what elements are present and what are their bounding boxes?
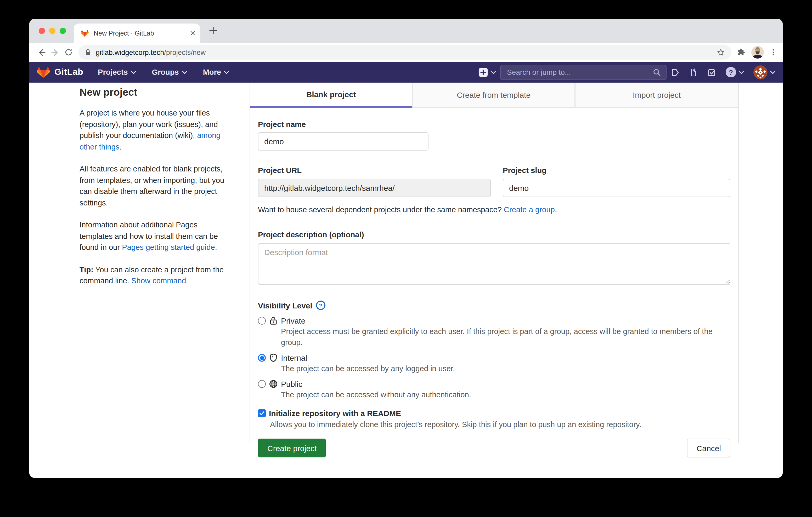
back-icon[interactable] [34,45,48,59]
internal-description: The project can be accessed by any logge… [281,363,730,374]
public-radio[interactable] [258,380,266,388]
tip-label: Tip: [80,265,93,274]
internal-label: Internal [281,354,307,362]
nav-menu-groups[interactable]: Groups [152,68,187,76]
tab-close-icon[interactable] [191,31,195,35]
show-command-link[interactable]: Show command [131,277,186,285]
traffic-lights [39,28,66,34]
new-dropdown-button[interactable] [478,67,496,77]
namespace-hint: Want to house several dependent projects… [258,206,730,214]
visibility-option-private: Private Project access must be granted e… [258,316,730,348]
page-title: New project [80,86,231,98]
project-slug-label: Project slug [503,165,730,176]
gitlab-navbar: GitLab Projects Groups More [29,62,783,83]
project-description-label: Project description (optional) [258,230,730,240]
gitlab-tanuki-icon [37,66,50,79]
search-icon [653,68,661,76]
visibility-level-label: Visibility Level ? [258,301,730,310]
desktop: New Project · GitLab [0,0,812,517]
reload-icon[interactable] [62,45,75,59]
new-tab-icon[interactable] [209,27,217,34]
project-url-label: Project URL [258,165,491,176]
visibility-option-public: Public The project can be accessed witho… [258,379,730,400]
private-description: Project access must be granted explicitl… [281,326,730,348]
sidebar-paragraph: All features are enabled for blank proje… [80,163,231,209]
chevron-down-icon [491,70,496,74]
tab-create-from-template[interactable]: Create from template [412,83,575,108]
project-url-input[interactable] [258,179,491,197]
help-icon: ? [726,67,736,78]
pages-guide-link[interactable]: Pages getting started guide [122,243,215,251]
page-sidebar: New project A project is where you house… [80,86,231,298]
nav-menu-more-label: More [203,68,221,76]
bookmark-star-icon[interactable] [716,48,725,57]
todos-icon[interactable] [707,68,716,77]
help-menu[interactable]: ? [726,67,744,78]
help-glyph: ? [729,68,733,76]
browser-toolbar: gitlab.widgetcorp.tech/projects/new [29,43,783,62]
help-glyph: ? [319,302,322,308]
search-input[interactable] [506,67,653,77]
plus-square-icon [478,67,488,77]
sidebar-paragraph: Information about additional Pages templ… [80,219,231,253]
create-group-link[interactable]: Create a group. [504,206,557,214]
new-project-panel: Blank project Create from template Impor… [250,83,739,443]
create-project-button[interactable]: Create project [258,438,326,457]
cancel-button[interactable]: Cancel [687,438,730,457]
readme-description: Allows you to immediately clone this pro… [270,419,730,430]
page-content: New project A project is where you house… [29,83,783,478]
public-description: The project can be accessed without any … [281,390,730,400]
url-host: gitlab.widgetcorp.tech [96,48,164,56]
lock-icon [269,316,278,325]
browser-profile-avatar[interactable] [751,46,764,59]
globe-icon [269,379,278,388]
navbar-menus: Projects Groups More [98,68,229,76]
hint-text: Want to house several dependent projects… [258,206,504,214]
window-close-button[interactable] [39,28,45,34]
window-zoom-button[interactable] [60,28,66,34]
chevron-down-icon [770,70,775,74]
form-actions: Create project Cancel [258,438,730,457]
private-label: Private [281,316,305,325]
public-label: Public [281,379,302,388]
forward-icon[interactable] [48,45,62,59]
user-menu[interactable] [753,65,775,79]
internal-radio[interactable] [258,354,266,362]
chevron-down-icon [182,70,187,74]
window-minimize-button[interactable] [49,28,55,34]
visibility-help-icon[interactable]: ? [316,301,325,310]
gitlab-logo[interactable]: GitLab [37,66,83,79]
address-bar[interactable]: gitlab.widgetcorp.tech/projects/new [79,45,731,60]
paragraph-text: . [120,143,122,151]
new-project-form: Project name Project URL Project slug Wa… [250,108,738,457]
browser-menu-kebab-icon[interactable] [769,48,778,57]
browser-tab[interactable]: New Project · GitLab [74,24,200,43]
padlock-icon [85,49,91,56]
global-search[interactable] [500,65,667,80]
nav-menu-more[interactable]: More [203,68,229,76]
url-slug-row: Project URL Project slug [258,165,730,197]
private-radio[interactable] [258,317,266,325]
readme-option: Initialize repository with a README Allo… [258,409,730,430]
project-description-textarea[interactable] [258,243,730,285]
visibility-label-text: Visibility Level [258,301,312,310]
project-type-tabs: Blank project Create from template Impor… [250,83,738,108]
sidebar-tip: Tip: You can also create a project from … [80,264,231,287]
tab-title: New Project · GitLab [94,30,191,37]
gitlab-wordmark: GitLab [54,67,83,78]
readme-label: Initialize repository with a README [269,409,401,418]
sidebar-paragraph: A project is where you house your files … [80,108,231,153]
nav-menu-projects-label: Projects [98,68,128,76]
project-name-input[interactable] [258,132,429,151]
chevron-down-icon [739,70,744,74]
issues-icon[interactable] [671,68,679,77]
tab-import-project[interactable]: Import project [575,83,738,108]
readme-checkbox[interactable] [258,409,266,417]
extensions-puzzle-icon[interactable] [737,48,746,57]
project-slug-input[interactable] [503,179,730,197]
tab-blank-project[interactable]: Blank project [250,83,412,108]
nav-menu-projects[interactable]: Projects [98,68,136,76]
shield-icon [269,354,278,362]
merge-requests-icon[interactable] [689,68,698,77]
project-name-label: Project name [258,119,730,130]
